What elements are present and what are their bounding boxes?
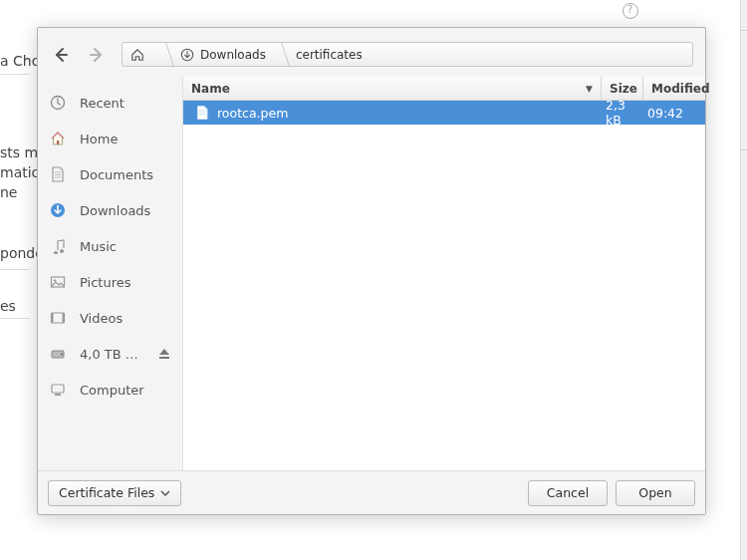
column-label: Modified <box>651 82 710 96</box>
arrow-right-icon <box>89 47 105 63</box>
column-header-size[interactable]: Size <box>602 77 643 100</box>
forward-button[interactable] <box>86 44 108 66</box>
places-sidebar: Recent Home Documents Downloads <box>38 77 183 470</box>
home-icon <box>130 48 144 62</box>
dialog-footer: Certificate Files Cancel Open <box>38 470 705 514</box>
bg-text: sts m <box>0 144 38 160</box>
eject-icon[interactable] <box>158 348 170 360</box>
svg-rect-11 <box>159 357 169 359</box>
svg-rect-7 <box>52 313 54 323</box>
sidebar-item-computer[interactable]: Computer <box>38 372 182 408</box>
column-label: Size <box>610 82 637 96</box>
sidebar-item-label: Recent <box>80 96 124 111</box>
filter-label: Certificate Files <box>59 485 154 500</box>
svg-rect-4 <box>52 277 65 287</box>
button-label: Cancel <box>547 485 589 500</box>
home-icon <box>50 131 66 146</box>
breadcrumb-certificates[interactable]: certificates <box>278 43 374 66</box>
column-label: Name <box>191 82 230 96</box>
breadcrumb-downloads[interactable]: Downloads <box>162 43 278 66</box>
breadcrumb: Downloads certificates <box>122 42 693 67</box>
nav-bar: Downloads certificates <box>38 28 705 77</box>
file-chooser-dialog: Downloads certificates Recent Home <box>37 27 706 515</box>
computer-icon <box>50 382 66 398</box>
sidebar-item-label: Home <box>80 132 118 146</box>
sidebar-item-label: Computer <box>80 383 144 398</box>
column-header-name[interactable]: Name ▼ <box>183 77 602 100</box>
column-headers: Name ▼ Size Modified <box>183 77 705 101</box>
cancel-button[interactable]: Cancel <box>528 480 608 506</box>
column-header-modified[interactable]: Modified <box>643 77 705 100</box>
sidebar-item-label: Downloads <box>80 203 150 218</box>
sidebar-item-downloads[interactable]: Downloads <box>38 192 182 228</box>
bg-text: ne <box>0 184 18 200</box>
file-name: rootca.pem <box>217 106 288 121</box>
file-view: Name ▼ Size Modified rootca.pem 2,3 kB <box>183 77 705 470</box>
breadcrumb-home[interactable] <box>123 43 162 66</box>
download-small-icon <box>180 48 194 62</box>
clock-icon <box>50 95 66 111</box>
sidebar-item-home[interactable]: Home <box>38 121 182 156</box>
svg-rect-13 <box>55 394 61 396</box>
sidebar-item-music[interactable]: Music <box>38 228 182 264</box>
svg-rect-2 <box>57 140 59 144</box>
file-icon <box>195 106 209 120</box>
chevron-down-icon <box>160 488 170 498</box>
file-list[interactable]: rootca.pem 2,3 kB 09:42 <box>183 101 705 470</box>
sidebar-item-videos[interactable]: Videos <box>38 300 182 336</box>
sidebar-item-label: Pictures <box>80 275 130 290</box>
picture-icon <box>50 274 66 290</box>
sort-desc-icon: ▼ <box>586 84 593 94</box>
sidebar-item-pictures[interactable]: Pictures <box>38 264 182 300</box>
svg-point-10 <box>61 354 63 356</box>
button-label: Open <box>638 485 671 500</box>
sidebar-item-documents[interactable]: Documents <box>38 156 182 192</box>
sidebar-item-label: 4,0 TB Volu… <box>80 347 144 362</box>
document-icon <box>50 166 66 182</box>
help-icon[interactable] <box>622 3 638 19</box>
bg-text: es <box>0 298 16 314</box>
open-button[interactable]: Open <box>616 480 695 506</box>
scrollbar[interactable] <box>740 0 747 560</box>
file-row[interactable]: rootca.pem 2,3 kB 09:42 <box>183 101 705 125</box>
music-note-icon <box>50 238 66 254</box>
drive-icon <box>50 346 66 362</box>
arrow-left-icon <box>53 47 69 63</box>
sidebar-item-label: Videos <box>80 311 123 326</box>
file-type-filter[interactable]: Certificate Files <box>48 480 181 506</box>
sidebar-item-label: Documents <box>80 167 153 182</box>
video-icon <box>50 310 66 326</box>
file-modified: 09:42 <box>643 106 705 121</box>
sidebar-item-recent[interactable]: Recent <box>38 85 182 121</box>
svg-rect-12 <box>52 385 64 393</box>
download-icon <box>50 202 66 218</box>
svg-rect-8 <box>63 313 65 323</box>
breadcrumb-label: Downloads <box>200 48 266 62</box>
breadcrumb-label: certificates <box>296 48 363 62</box>
back-button[interactable] <box>50 44 72 66</box>
sidebar-item-label: Music <box>80 239 117 254</box>
file-size: 2,3 kB <box>602 101 643 128</box>
sidebar-item-volume[interactable]: 4,0 TB Volu… <box>38 336 182 372</box>
